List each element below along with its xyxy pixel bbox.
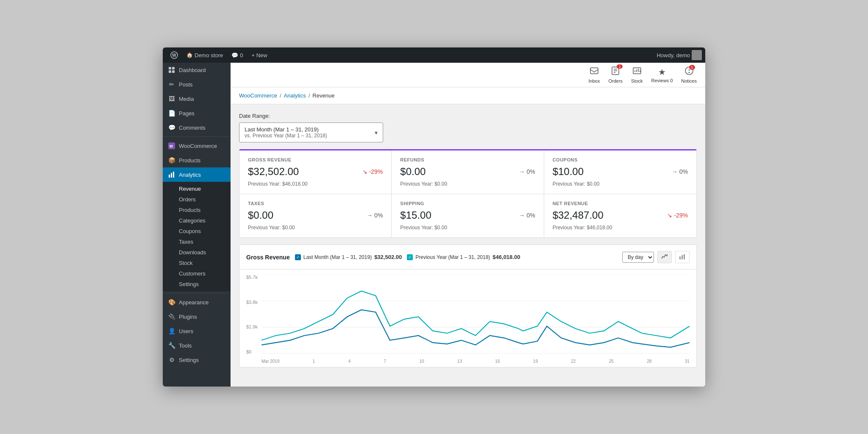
svg-text:w: w bbox=[169, 144, 173, 148]
sidebar-item-comments[interactable]: 💬 Comments bbox=[163, 120, 231, 135]
reviews-star-icon: ★ bbox=[658, 67, 666, 77]
x-label-10: 28 bbox=[647, 359, 651, 364]
new-link[interactable]: + New bbox=[247, 47, 271, 63]
analytics-submenu: Revenue Orders Products Categories Coupo… bbox=[163, 182, 231, 291]
svg-rect-5 bbox=[172, 70, 175, 73]
submenu-settings[interactable]: Settings bbox=[163, 279, 231, 289]
y-label-4: $0 bbox=[246, 349, 262, 354]
date-range-dropdown[interactable]: Last Month (Mar 1 – 31, 2019) vs. Previo… bbox=[239, 122, 383, 142]
stat-prev-coupons: Previous Year: $0.00 bbox=[553, 181, 688, 187]
stat-label-coupons: COUPONS bbox=[553, 157, 688, 162]
wp-logo[interactable]: W bbox=[166, 47, 182, 63]
svg-rect-3 bbox=[172, 67, 175, 70]
stat-label-refunds: REFUNDS bbox=[400, 157, 535, 162]
chart-section: Gross Revenue ✓ Last Month (Mar 1 – 31, … bbox=[239, 245, 697, 367]
sidebar-item-media[interactable]: 🖼 Media bbox=[163, 92, 231, 106]
store-name[interactable]: 🏠 Demo store bbox=[182, 47, 227, 63]
orders-icon-item[interactable]: 1 Orders bbox=[608, 66, 623, 83]
legend-label-prev: Previous Year (Mar 1 – 31, 2018) bbox=[415, 254, 490, 260]
stat-change-shipping: → 0% bbox=[519, 212, 535, 219]
stat-change-taxes: → 0% bbox=[367, 212, 383, 219]
submenu-orders[interactable]: Orders bbox=[163, 194, 231, 205]
stat-change-coupons: → 0% bbox=[672, 168, 688, 175]
x-label-7: 19 bbox=[533, 359, 538, 364]
sidebar-item-dashboard[interactable]: Dashboard bbox=[163, 63, 231, 77]
x-label-8: 22 bbox=[571, 359, 576, 364]
stat-prev-refunds: Previous Year: $0.00 bbox=[400, 181, 535, 187]
users-icon: 👤 bbox=[168, 327, 175, 335]
inbox-icon bbox=[590, 66, 599, 78]
legend-checkbox-current: ✓ bbox=[295, 254, 301, 260]
appearance-icon: 🎨 bbox=[168, 298, 175, 306]
legend-item-current[interactable]: ✓ Last Month (Mar 1 – 31, 2019) $32,502.… bbox=[295, 254, 402, 260]
submenu-revenue[interactable]: Revenue bbox=[163, 184, 231, 194]
submenu-products[interactable]: Products bbox=[163, 205, 231, 215]
stat-change-refunds: → 0% bbox=[519, 168, 535, 175]
stat-value-gross: $32,502.00 bbox=[248, 166, 299, 178]
sidebar-item-appearance[interactable]: 🎨 Appearance bbox=[163, 295, 231, 309]
breadcrumb-sep-2: / bbox=[309, 92, 310, 99]
bar-chart-button[interactable] bbox=[675, 251, 690, 263]
stat-value-coupons: $10.00 bbox=[553, 166, 584, 178]
sidebar-item-posts[interactable]: ✏ Posts bbox=[163, 77, 231, 92]
sidebar-divider-1 bbox=[163, 136, 231, 137]
line-chart-button[interactable] bbox=[657, 251, 672, 263]
breadcrumb-woocommerce[interactable]: WooCommerce bbox=[239, 92, 277, 99]
analytics-icon bbox=[168, 171, 175, 178]
reviews-icon-item[interactable]: ★ Reviews 0 bbox=[651, 67, 673, 83]
stat-label-shipping: SHIPPING bbox=[400, 201, 535, 206]
inbox-icon-item[interactable]: Inbox bbox=[589, 66, 600, 83]
svg-text:W: W bbox=[172, 53, 176, 58]
submenu-customers[interactable]: Customers bbox=[163, 268, 231, 279]
by-day-select[interactable]: By day bbox=[622, 252, 654, 263]
sidebar-item-pages[interactable]: 📄 Pages bbox=[163, 106, 231, 120]
y-label-1: $5.7k bbox=[246, 275, 262, 280]
submenu-coupons[interactable]: Coupons bbox=[163, 226, 231, 236]
chart-body: $5.7k $3.8k $1.9k $0 bbox=[239, 270, 696, 367]
svg-rect-26 bbox=[684, 254, 685, 259]
date-range-comparison: vs. Previous Year (Mar 1 – 31, 2018) bbox=[245, 133, 327, 139]
main-content: Inbox 1 Orders bbox=[231, 63, 705, 387]
avatar[interactable] bbox=[692, 50, 702, 60]
date-range-section: Date Range: Last Month (Mar 1 – 31, 2019… bbox=[239, 113, 697, 142]
comments-link[interactable]: 💬 0 bbox=[227, 47, 247, 63]
x-label-1: 1 bbox=[313, 359, 315, 364]
sidebar-item-plugins[interactable]: 🔌 Plugins bbox=[163, 309, 231, 324]
woocommerce-icon: w bbox=[168, 142, 175, 150]
chart-title: Gross Revenue bbox=[246, 254, 290, 261]
submenu-taxes[interactable]: Taxes bbox=[163, 236, 231, 247]
svg-rect-24 bbox=[679, 256, 681, 259]
sidebar-item-tools[interactable]: 🔧 Tools bbox=[163, 338, 231, 353]
x-label-0: Mar 2019 bbox=[262, 359, 279, 364]
sidebar-item-users[interactable]: 👤 Users bbox=[163, 324, 231, 338]
revenue-chart bbox=[262, 275, 690, 354]
date-range-value: Last Month (Mar 1 – 31, 2019) bbox=[245, 126, 327, 133]
sidebar-item-products[interactable]: 📦 Products bbox=[163, 153, 231, 167]
stat-value-refunds: $0.00 bbox=[400, 166, 426, 178]
sidebar-item-woocommerce[interactable]: w WooCommerce bbox=[163, 139, 231, 153]
notices-badge: 1 bbox=[689, 65, 695, 70]
breadcrumb-current: Revenue bbox=[312, 92, 334, 99]
x-label-2: 4 bbox=[348, 359, 351, 364]
sidebar-divider-2 bbox=[163, 293, 231, 293]
stat-value-taxes: $0.00 bbox=[248, 209, 273, 221]
svg-rect-10 bbox=[173, 172, 174, 178]
stat-change-gross: ↘ -29% bbox=[362, 168, 383, 175]
stat-value-shipping: $15.00 bbox=[400, 209, 431, 221]
stat-refunds: REFUNDS $0.00 → 0% Previous Year: $0.00 bbox=[392, 150, 544, 194]
sidebar-item-settings[interactable]: ⚙ Settings bbox=[163, 353, 231, 367]
svg-rect-25 bbox=[682, 255, 683, 259]
sidebar-item-analytics[interactable]: Analytics bbox=[163, 167, 231, 182]
x-label-11: 31 bbox=[685, 359, 690, 364]
legend-item-prev[interactable]: ✓ Previous Year (Mar 1 – 31, 2018) $46,0… bbox=[407, 254, 520, 260]
stock-icon-item[interactable]: Stock bbox=[631, 66, 643, 83]
breadcrumb-analytics[interactable]: Analytics bbox=[284, 92, 306, 99]
breadcrumb-sep-1: / bbox=[280, 92, 281, 99]
notices-icon-item[interactable]: 1 Notices bbox=[681, 66, 697, 83]
submenu-categories[interactable]: Categories bbox=[163, 215, 231, 226]
admin-bar-right: Howdy, demo bbox=[657, 50, 702, 60]
legend-value-current: $32,502.00 bbox=[374, 254, 402, 260]
submenu-stock[interactable]: Stock bbox=[163, 258, 231, 268]
submenu-downloads[interactable]: Downloads bbox=[163, 247, 231, 258]
stat-value-net: $32,487.00 bbox=[553, 209, 604, 221]
